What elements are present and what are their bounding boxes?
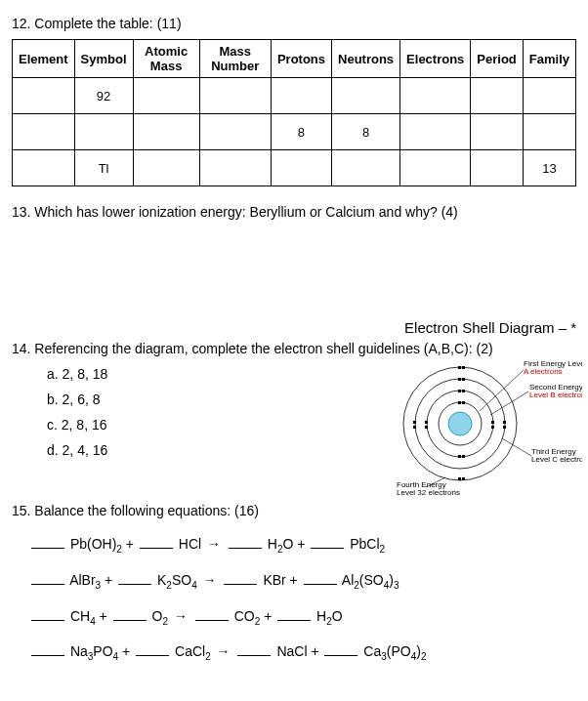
cell[interactable] bbox=[471, 78, 523, 114]
formula: HCl bbox=[179, 536, 201, 552]
th-protons: Protons bbox=[271, 40, 331, 78]
cell[interactable] bbox=[400, 150, 471, 186]
formula: (PO bbox=[387, 643, 411, 659]
svg-rect-5 bbox=[458, 401, 461, 404]
coef-blank[interactable] bbox=[31, 608, 64, 621]
coef-blank[interactable] bbox=[311, 536, 344, 549]
cell[interactable]: 92 bbox=[74, 78, 133, 114]
formula: SO bbox=[172, 572, 191, 588]
th-electrons: Electrons bbox=[400, 40, 471, 78]
svg-rect-17 bbox=[425, 421, 428, 424]
plus: + bbox=[264, 608, 272, 624]
table-row: Tl 13 bbox=[13, 150, 576, 186]
formula: AlBr bbox=[69, 572, 95, 588]
plus: + bbox=[297, 536, 305, 552]
cell[interactable] bbox=[523, 78, 575, 114]
cell[interactable] bbox=[332, 78, 400, 114]
formula: CH bbox=[70, 608, 90, 624]
svg-rect-6 bbox=[462, 401, 465, 404]
sub: 3 bbox=[96, 580, 102, 591]
coef-blank[interactable] bbox=[277, 608, 311, 621]
coef-blank[interactable] bbox=[140, 536, 173, 549]
cell[interactable] bbox=[199, 150, 271, 186]
sub: 4 bbox=[90, 615, 96, 626]
sub: 2 bbox=[255, 615, 261, 626]
coef-blank[interactable] bbox=[324, 643, 357, 656]
equation-4: Na3PO4 + CaCl2 → NaCl + Ca3(PO4)2 bbox=[29, 643, 576, 662]
formula: O bbox=[282, 536, 293, 552]
svg-rect-23 bbox=[458, 477, 461, 480]
cell[interactable] bbox=[471, 150, 523, 186]
cell[interactable] bbox=[133, 78, 199, 114]
label-third-C: Level C electrons bbox=[531, 455, 582, 464]
svg-rect-11 bbox=[458, 366, 461, 369]
cell[interactable]: Tl bbox=[74, 150, 133, 186]
cell[interactable]: 8 bbox=[271, 114, 331, 150]
plus: + bbox=[311, 643, 318, 659]
sub: 2 bbox=[380, 544, 386, 555]
cell[interactable] bbox=[133, 114, 199, 150]
svg-rect-19 bbox=[413, 421, 416, 424]
coef-blank[interactable] bbox=[195, 608, 229, 621]
plus: + bbox=[290, 572, 298, 588]
plus: + bbox=[126, 536, 134, 552]
coef-blank[interactable] bbox=[229, 536, 262, 549]
sub: 3 bbox=[394, 580, 399, 591]
coef-blank[interactable] bbox=[118, 572, 151, 585]
cell[interactable] bbox=[271, 78, 331, 114]
label-fourth2: Level 32 electrons bbox=[397, 488, 460, 497]
svg-line-27 bbox=[502, 438, 531, 456]
cell[interactable] bbox=[199, 114, 271, 150]
cell[interactable] bbox=[13, 114, 75, 150]
svg-rect-14 bbox=[491, 426, 494, 429]
cell[interactable] bbox=[471, 114, 523, 150]
svg-rect-7 bbox=[458, 390, 461, 392]
cell[interactable] bbox=[13, 150, 75, 186]
formula: Na bbox=[70, 643, 88, 659]
th-neutrons: Neutrons bbox=[332, 40, 400, 78]
svg-line-25 bbox=[480, 370, 524, 411]
coef-blank[interactable] bbox=[136, 643, 169, 656]
svg-rect-16 bbox=[503, 426, 506, 429]
formula: Pb(OH) bbox=[70, 536, 116, 552]
cell[interactable] bbox=[74, 114, 133, 150]
cell[interactable] bbox=[133, 150, 199, 186]
coef-blank[interactable] bbox=[31, 572, 64, 585]
cell[interactable]: 8 bbox=[332, 114, 400, 150]
q12-heading: 12. Complete the table: (11) bbox=[12, 16, 576, 31]
svg-point-0 bbox=[448, 412, 472, 435]
svg-rect-13 bbox=[491, 421, 494, 424]
cell[interactable] bbox=[400, 78, 471, 114]
th-atomic-mass: Atomic Mass bbox=[133, 40, 199, 78]
formula: PO bbox=[93, 643, 112, 659]
plus: + bbox=[122, 643, 130, 659]
sub: 2 bbox=[116, 544, 122, 555]
cell[interactable] bbox=[523, 114, 575, 150]
svg-rect-15 bbox=[503, 421, 506, 424]
cell[interactable] bbox=[400, 114, 471, 150]
coef-blank[interactable] bbox=[304, 572, 337, 585]
formula: CaCl bbox=[175, 643, 205, 659]
cell[interactable] bbox=[332, 150, 400, 186]
sub: 4 bbox=[191, 580, 197, 591]
formula: KBr bbox=[263, 572, 285, 588]
cell[interactable] bbox=[271, 150, 331, 186]
equation-3: CH4 + O2 → CO2 + H2O bbox=[29, 608, 576, 627]
coef-blank[interactable] bbox=[31, 536, 64, 549]
cell[interactable] bbox=[199, 78, 271, 114]
coef-blank[interactable] bbox=[31, 643, 64, 656]
svg-rect-12 bbox=[462, 366, 465, 369]
formula: CO bbox=[234, 608, 255, 624]
coef-blank[interactable] bbox=[237, 643, 271, 656]
equation-2: AlBr3 + K2SO4 → KBr + Al2(SO4)3 bbox=[29, 572, 576, 591]
svg-rect-18 bbox=[425, 426, 428, 429]
cell[interactable] bbox=[13, 78, 75, 114]
electron-shell-diagram: First Energy Level A electrons Second En… bbox=[377, 341, 582, 507]
label-first-A: A electrons bbox=[524, 367, 563, 376]
formula: (SO bbox=[359, 572, 384, 588]
svg-rect-22 bbox=[462, 455, 465, 458]
coef-blank[interactable] bbox=[224, 572, 257, 585]
coef-blank[interactable] bbox=[113, 608, 147, 621]
svg-rect-24 bbox=[462, 477, 465, 480]
cell[interactable]: 13 bbox=[523, 150, 575, 186]
